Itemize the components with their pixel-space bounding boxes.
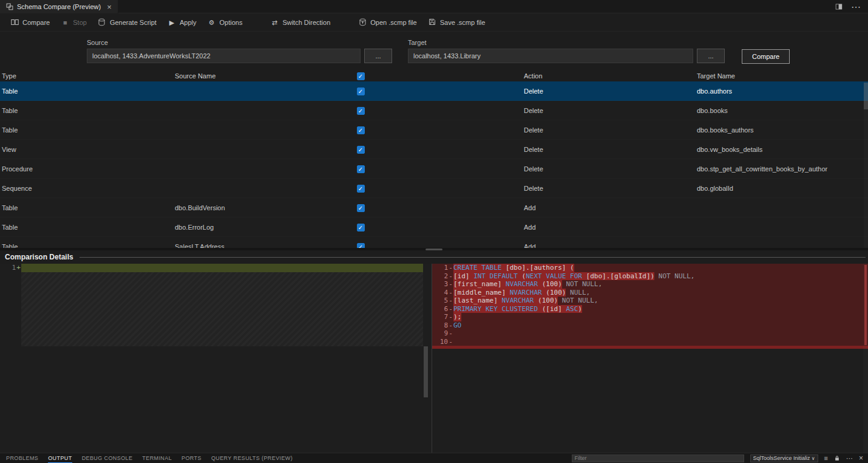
row-checkbox[interactable]: ✓ [357, 126, 365, 134]
row-type: View [0, 146, 173, 153]
table-row[interactable]: Table✓Deletedbo.authors [0, 81, 868, 101]
row-include-cell[interactable]: ✓ [348, 126, 373, 134]
diff-left-lines: 1+ [0, 264, 432, 272]
row-action: Delete [522, 87, 695, 95]
open-scmp-button[interactable]: Open .scmp file [353, 16, 422, 30]
table-row[interactable]: View✓Deletedbo.vw_books_details [0, 140, 868, 159]
tab-close-icon[interactable]: × [107, 2, 112, 12]
row-include-cell[interactable]: ✓ [348, 185, 373, 193]
output-filter-input[interactable] [572, 454, 744, 462]
row-checkbox[interactable]: ✓ [357, 165, 365, 173]
row-type: Table [0, 126, 173, 134]
target-browse-button[interactable]: ... [697, 49, 725, 63]
clear-output-icon[interactable]: ≡ [824, 455, 828, 462]
row-action: Add [522, 224, 695, 231]
row-type: Table [0, 243, 173, 248]
code-line: 7-); [432, 313, 868, 321]
row-include-cell[interactable]: ✓ [348, 165, 373, 173]
header-checkbox[interactable]: ✓ [357, 72, 365, 80]
source-group: Source ... [87, 39, 392, 70]
close-panel-icon[interactable]: × [859, 455, 863, 462]
column-include-all[interactable]: ✓ [348, 72, 373, 80]
column-type[interactable]: Type [0, 72, 173, 80]
table-row[interactable]: Table✓Deletedbo.books [0, 101, 868, 120]
row-type: Sequence [0, 185, 173, 192]
column-action[interactable]: Action [522, 72, 695, 80]
panel-tab-terminal[interactable]: TERMINAL [142, 453, 172, 463]
table-row[interactable]: Sequence✓Deletedbo.globalId [0, 179, 868, 198]
panel-more-actions-icon[interactable]: ⋯ [846, 455, 853, 462]
table-row[interactable]: Table✓Deletedbo.books_authors [0, 120, 868, 140]
output-channel-select[interactable]: SqlToolsService Initializ ∨ [750, 454, 818, 462]
schema-compare-window: Schema Compare (Preview) × ⋯ Compare ■St… [0, 0, 868, 463]
row-include-cell[interactable]: ✓ [348, 224, 373, 231]
save-icon [428, 18, 436, 27]
panel-tab-query-results-preview-[interactable]: QUERY RESULTS (PREVIEW) [211, 453, 293, 463]
deleted-block-footer [432, 346, 868, 349]
generate-script-button[interactable]: Generate Script [92, 16, 162, 30]
column-source-name[interactable]: Source Name [173, 72, 348, 80]
row-include-cell[interactable]: ✓ [348, 107, 373, 115]
lock-scroll-icon[interactable] [834, 455, 840, 461]
column-target-name[interactable]: Target Name [695, 72, 868, 80]
database-script-icon [98, 18, 106, 27]
row-type: Table [0, 224, 173, 231]
schema-compare-toolbar: Compare ■Stop Generate Script ▶Apply ⚙Op… [0, 13, 868, 32]
left-scrollbar-thumb[interactable] [424, 346, 428, 397]
compare-run-button[interactable]: Compare [742, 49, 790, 64]
panel-tab-bar: PROBLEMSOUTPUTDEBUG CONSOLETERMINALPORTS… [0, 453, 868, 463]
diff-right-pane[interactable]: 1-CREATE TABLE [dbo].[authors] (2-[id] I… [432, 264, 868, 453]
grid-scrollbar[interactable] [864, 81, 868, 248]
table-row[interactable]: Procedure✓Deletedbo.stp_get_all_cowritte… [0, 159, 868, 179]
more-actions-icon[interactable]: ⋯ [851, 1, 861, 13]
diff-left-pane[interactable]: 1+ [0, 264, 432, 453]
row-checkbox[interactable]: ✓ [357, 87, 365, 95]
panel-tab-problems[interactable]: PROBLEMS [6, 453, 38, 463]
row-include-cell[interactable]: ✓ [348, 87, 373, 95]
table-row[interactable]: TableSalesLT.Address✓Add [0, 237, 868, 248]
row-checkbox[interactable]: ✓ [357, 146, 365, 154]
grid-scrollbar-thumb[interactable] [864, 83, 868, 109]
table-row[interactable]: Tabledbo.BuildVersion✓Add [0, 198, 868, 218]
row-checkbox[interactable]: ✓ [357, 243, 365, 249]
target-input[interactable] [408, 49, 693, 63]
play-icon: ▶ [168, 19, 176, 26]
row-include-cell[interactable]: ✓ [348, 243, 373, 249]
tab-schema-compare[interactable]: Schema Compare (Preview) × [0, 0, 118, 13]
target-label: Target [408, 39, 725, 46]
row-action: Delete [522, 107, 695, 114]
options-button[interactable]: ⚙Options [202, 16, 248, 29]
overview-ruler-delete-marks [864, 265, 867, 345]
stop-button[interactable]: ■Stop [55, 16, 92, 29]
panel-tab-ports[interactable]: PORTS [181, 453, 202, 463]
split-editor-icon[interactable] [835, 3, 843, 10]
row-checkbox[interactable]: ✓ [357, 204, 365, 212]
source-browse-button[interactable]: ... [364, 49, 392, 63]
row-target-name: dbo.books_authors [695, 126, 868, 134]
source-label: Source [87, 39, 392, 46]
right-scrollbar[interactable] [863, 264, 868, 453]
apply-button[interactable]: ▶Apply [162, 16, 202, 29]
table-row[interactable]: Tabledbo.ErrorLog✓Add [0, 218, 868, 237]
code-line: 8-GO [432, 321, 868, 330]
row-checkbox[interactable]: ✓ [357, 224, 365, 231]
panel-tab-debug-console[interactable]: DEBUG CONSOLE [82, 453, 133, 463]
code-line: 10- [432, 338, 868, 346]
source-input[interactable] [87, 49, 361, 63]
save-scmp-button[interactable]: Save .scmp file [422, 16, 491, 29]
schema-compare-icon [6, 3, 13, 10]
compare-toolbar-button[interactable]: Compare [5, 16, 55, 30]
grid-header: Type Source Name ✓ Action Target Name [0, 70, 868, 81]
switch-direction-button[interactable]: ⇄Switch Direction [265, 16, 336, 29]
row-target-name: dbo.authors [695, 87, 868, 95]
row-include-cell[interactable]: ✓ [348, 204, 373, 212]
panel-tab-output[interactable]: OUTPUT [48, 453, 72, 463]
row-checkbox[interactable]: ✓ [357, 107, 365, 115]
row-type: Table [0, 107, 173, 114]
row-checkbox[interactable]: ✓ [357, 185, 365, 193]
stop-icon: ■ [61, 19, 69, 26]
row-include-cell[interactable]: ✓ [348, 146, 373, 154]
row-action: Delete [522, 185, 695, 192]
diff-right-lines: 1-CREATE TABLE [dbo].[authors] (2-[id] I… [432, 264, 868, 346]
connection-row: Source ... Target ... Compare [0, 32, 868, 70]
